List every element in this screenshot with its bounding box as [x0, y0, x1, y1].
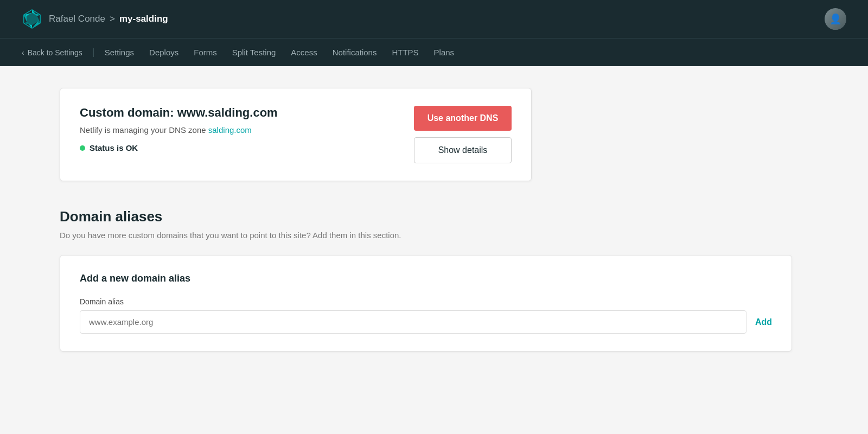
nav-plans[interactable]: Plans — [434, 48, 455, 57]
status-text: Status is OK — [90, 143, 138, 152]
status-line: Status is OK — [80, 143, 278, 152]
aliases-title: Domain aliases — [60, 208, 792, 225]
nav-notifications[interactable]: Notifications — [333, 48, 377, 57]
nav-links: Settings Deploys Forms Split Testing Acc… — [105, 48, 454, 57]
avatar[interactable]: 👤 — [825, 8, 846, 30]
svg-marker-8 — [24, 15, 27, 22]
netlify-logo-icon — [22, 9, 42, 29]
nav-https[interactable]: HTTPS — [392, 48, 418, 57]
add-alias-card: Add a new domain alias Domain alias Add — [60, 255, 792, 352]
aliases-description: Do you have more custom domains that you… — [60, 231, 792, 240]
nav-split-testing[interactable]: Split Testing — [232, 48, 276, 57]
back-to-settings-link[interactable]: ‹ Back to Settings — [22, 48, 94, 57]
nav-access[interactable]: Access — [291, 48, 317, 57]
status-indicator — [80, 145, 85, 151]
breadcrumb: Rafael Conde > my-salding — [49, 14, 168, 24]
nav-settings[interactable]: Settings — [105, 48, 134, 57]
nav-forms[interactable]: Forms — [194, 48, 217, 57]
breadcrumb-user[interactable]: Rafael Conde — [49, 14, 105, 24]
add-alias-button[interactable]: Add — [755, 317, 772, 327]
breadcrumb-separator: > — [110, 14, 115, 24]
back-chevron-icon: ‹ — [22, 48, 24, 57]
alias-input-row: Add — [80, 310, 772, 334]
main-content: Custom domain: www.salding.com Netlify i… — [0, 66, 814, 373]
use-another-dns-button[interactable]: Use another DNS — [414, 106, 512, 131]
add-alias-title: Add a new domain alias — [80, 273, 772, 284]
domain-description: Netlify is managing your DNS zone saldin… — [80, 125, 278, 135]
avatar-image: 👤 — [825, 8, 846, 30]
domain-alias-label: Domain alias — [80, 297, 772, 306]
sub-nav: ‹ Back to Settings Settings Deploys Form… — [0, 38, 868, 66]
header-left: Rafael Conde > my-salding — [22, 9, 168, 29]
header: Rafael Conde > my-salding 👤 — [0, 0, 868, 38]
domain-alias-input[interactable] — [80, 310, 746, 334]
domain-dns-link[interactable]: salding.com — [208, 125, 252, 135]
domain-desc-text: Netlify is managing your DNS zone — [80, 125, 208, 135]
breadcrumb-site: my-salding — [119, 14, 168, 24]
domain-actions: Use another DNS Show details — [414, 106, 512, 163]
custom-domain-card: Custom domain: www.salding.com Netlify i… — [60, 88, 532, 181]
nav-deploys[interactable]: Deploys — [149, 48, 178, 57]
back-label: Back to Settings — [28, 48, 82, 57]
svg-marker-4 — [37, 16, 41, 23]
domain-title: Custom domain: www.salding.com — [80, 106, 278, 120]
domain-aliases-section: Domain aliases Do you have more custom d… — [60, 208, 792, 352]
show-details-button[interactable]: Show details — [414, 137, 512, 163]
domain-info: Custom domain: www.salding.com Netlify i… — [80, 106, 278, 152]
